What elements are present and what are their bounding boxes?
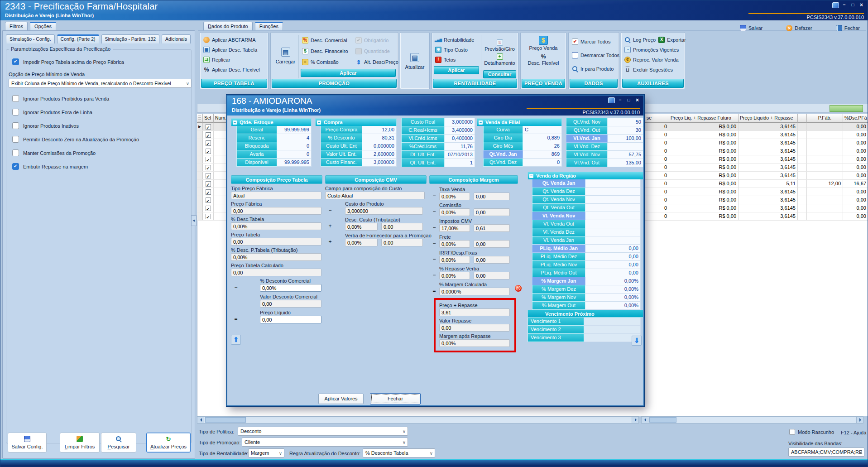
collapse-icon[interactable]: − [529,174,533,178]
checkbox-icon[interactable] [12,109,19,116]
desc-financeiro-button[interactable]: $Desc. Financeiro [301,46,354,56]
salvar-config-button[interactable]: Salvar Config. [8,433,47,453]
fechar-button[interactable]: Fechar [834,23,861,33]
scroll-down-icon[interactable]: ⇓ [632,336,642,346]
theme-icon[interactable] [608,97,615,103]
grid-hscrollbar[interactable] [197,416,639,424]
row-select-checkbox[interactable] [206,140,211,146]
checkbox-ignorar-produtos-proibidos-para-venda[interactable]: Ignorar Produtos Proibidos para Venda [12,95,189,102]
exportar-button[interactable]: XExportar [657,35,687,45]
collapse-icon[interactable]: − [233,120,237,125]
checkbox-icon[interactable] [12,122,19,129]
grid-header-se[interactable]: se [645,114,669,123]
grid-header-num[interactable]: Num. [214,114,226,123]
grid-row[interactable]: 0R$ 0,003,61450,00 [645,164,868,172]
aplicar-valores-button[interactable]: Aplicar Valores [318,394,364,404]
grid-row[interactable]: 0R$ 0,003,61450,00 [645,155,868,164]
grid-row[interactable]: 0R$ 0,003,61450,00 [645,188,868,196]
rentabilidade-select[interactable]: Margem [248,448,284,457]
aplicar-abcfarma-button[interactable]: Aplicar ABCFARMA [202,35,266,45]
preco-liquido-field[interactable]: 0,00 [260,316,321,323]
grid-row[interactable] [197,196,226,204]
grid-row[interactable]: 0R$ 0,003,61450,00 [645,212,868,221]
grid-row[interactable] [197,164,226,172]
comissao-button[interactable]: ≡% Comissão [301,57,354,67]
scroll-left-icon[interactable] [197,417,204,423]
desc-comercial-button[interactable]: %Desc. Comercial [301,35,354,45]
grid-right-hscrollbar[interactable] [641,416,863,424]
bandas-select[interactable]: ABCFARMA;CMV;COMPRA;RE [788,448,864,457]
grid-row[interactable]: 0R$ 0,003,61450,00 [645,123,868,131]
excluir-sugestoes-button[interactable]: ⊔Excluir Sugestões [623,65,683,75]
detalhamento-button[interactable]: +Detalhamento [483,53,516,66]
maximize-icon[interactable]: □ [849,2,856,8]
grid-row[interactable]: 0R$ 0,003,61450,00 [645,139,868,147]
tipo-custo-button[interactable]: ⊞Tipo Custo [434,45,479,55]
strip-consultar[interactable]: Consultar [483,70,516,78]
aplicar-desc-flexivel-button[interactable]: %Aplicar Desc. Flexível [202,65,266,75]
row-select-checkbox[interactable] [206,157,211,162]
tab-simulacao-param-132[interactable]: Simulação - Parâm. 132 [101,34,160,43]
tab-config-parte2[interactable]: Config. (Parte 2) [57,34,99,43]
log-preco-button[interactable]: Log Preço [623,35,657,45]
reproc-valor-venda-button[interactable]: ¢Reproc. Valor Venda [623,55,683,65]
scroll-left-icon[interactable] [642,417,648,423]
grid-row[interactable]: 0R$ 0,003,61450,00 [645,172,868,180]
theme-icon[interactable] [832,2,839,8]
row-select-checkbox[interactable] [206,149,211,154]
row-select-checkbox[interactable] [206,181,211,187]
grid-header-preco-liquido-repasse[interactable]: Preço Liquido + Repasse [739,114,798,123]
grid-row[interactable]: 0R$ 0,003,61450,00 [645,131,868,139]
atualizar-button[interactable]: ▤Atualizar [402,35,427,87]
grid-row[interactable]: 0R$ 0,003,61450,00 [645,147,868,155]
checkbox-icon[interactable] [12,95,19,102]
atualizar-precos-button[interactable]: ↻Atualizar Preços [146,433,191,453]
checkbox-icon[interactable] [12,136,19,143]
pesquisar-button[interactable]: Pesquisar [101,433,136,453]
replicar-button[interactable]: ⇉Replicar [202,55,266,65]
checkbox-icon[interactable] [12,149,19,156]
row-select-checkbox[interactable] [206,132,211,138]
preco-venda-button[interactable]: $ Preço Venda [523,36,564,51]
scroll-right-icon[interactable] [856,417,863,423]
row-select-checkbox[interactable] [206,165,211,170]
grid-header-preco-liq-repasse-futuro[interactable]: Preço Liq. + Repasse Futuro [669,114,739,123]
tab-filtros[interactable]: Filtros [5,22,28,31]
grid-row[interactable] [197,172,226,180]
desmarcar-todos-button[interactable]: Desmarcar Todos [571,50,617,60]
tab-dados-do-produto[interactable]: Dados do Produto [203,22,253,31]
modo-rascunho-checkbox[interactable]: Modo Rascunho [789,429,834,435]
rentabilidade-button[interactable]: ▃▅▇Rentabilidade [434,35,479,45]
grid-row[interactable]: ▶ [197,123,226,131]
collapse-icon[interactable]: − [317,120,321,125]
grid-row[interactable] [197,180,226,188]
grid-row[interactable]: 0R$ 0,005,1112,0016,67 [645,180,868,188]
grid-row[interactable]: 0R$ 0,003,61450,00 [645,196,868,204]
politica-select[interactable]: Desconto [238,427,408,436]
checkbox-impedir-preco[interactable]: Impedir Preço Tabela acima do Preço Fábr… [12,58,189,65]
fechar-dialog-button[interactable]: Fechar [370,393,421,404]
row-select-checkbox[interactable] [206,173,211,178]
band-header-green[interactable] [830,105,863,112]
tab-funcoes[interactable]: Funções [255,22,283,31]
row-select-checkbox[interactable] [206,214,211,219]
grid-row[interactable] [197,155,226,164]
checkbox-icon[interactable] [12,163,19,170]
tab-simulacao-config[interactable]: Simulação - Config. [6,34,55,43]
tab-adicionais[interactable]: Adicionais [162,34,191,43]
regra-select[interactable]: % Desconto Tabela [363,448,435,457]
row-select-checkbox[interactable] [206,197,211,203]
grid-row[interactable] [197,212,226,221]
desc-flexivel-button[interactable]: % Desc. Flexível [523,53,564,66]
previsaogiro-button[interactable]: ≈Previsão/Giro [483,39,516,52]
grid-row[interactable] [197,204,226,212]
grid-header-corner[interactable] [197,114,203,123]
checkbox-icon[interactable] [789,429,795,435]
row-select-checkbox[interactable] [206,189,211,195]
aplicar-desc-tabela-button[interactable]: ▦Aplicar Desc. Tabela [202,45,266,55]
strip-aplicar-rentabilidade[interactable]: Aplicar [434,66,479,74]
scroll-up-icon[interactable]: ⇑ [231,335,241,345]
grid-row[interactable] [197,147,226,155]
panel-collapse-button[interactable]: ◀ [191,215,197,226]
row-select-checkbox[interactable] [206,124,211,130]
